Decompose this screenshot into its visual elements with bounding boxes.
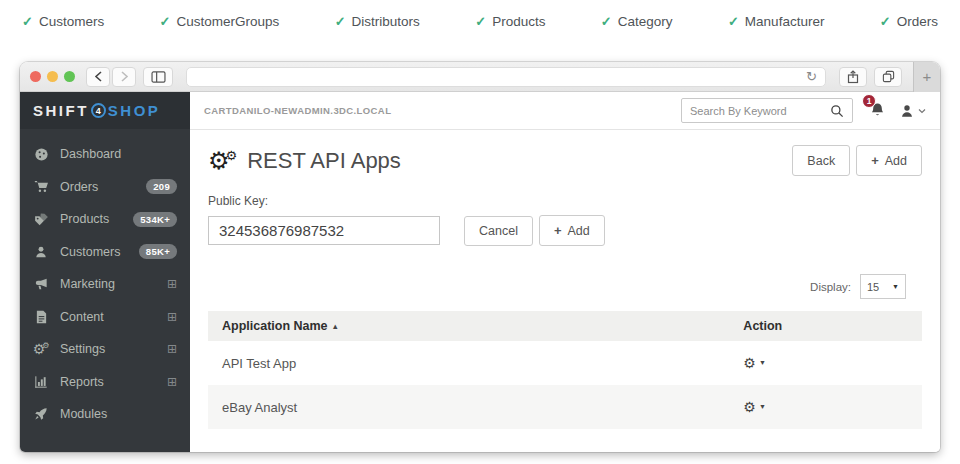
search-input[interactable]	[690, 105, 830, 117]
address-bar[interactable]: ↻	[186, 67, 826, 87]
page-title: REST API Apps	[247, 148, 401, 174]
sidebar-item-marketing[interactable]: Marketing ⊞	[20, 268, 190, 301]
address-bar-input[interactable]	[195, 71, 806, 83]
export-item-customergroups: ✓CustomerGroups	[160, 14, 280, 29]
sidebar-item-label: Dashboard	[60, 147, 121, 161]
table-row: API Test App ⚙ ▼	[208, 341, 922, 385]
customers-count-badge: 85K+	[139, 244, 177, 259]
sidebar-item-reports[interactable]: Reports ⊞	[20, 366, 190, 399]
sidebar-toggle-button[interactable]	[143, 67, 173, 87]
row-actions-dropdown[interactable]: ⚙ ▼	[743, 356, 766, 370]
shift4shop-logo[interactable]: SHIFT4SHOP	[20, 92, 190, 129]
sidebar-item-orders[interactable]: Orders 209	[20, 171, 190, 204]
expand-icon[interactable]: ⊞	[167, 376, 177, 388]
back-nav-button[interactable]	[86, 67, 110, 87]
apps-table-header: Application Name ▲ Action	[208, 311, 922, 341]
close-window-button[interactable]	[30, 71, 41, 82]
zoom-window-button[interactable]	[64, 71, 75, 82]
export-item-label: Category	[618, 14, 673, 29]
chevron-right-icon	[120, 71, 129, 82]
tabs-overview-button[interactable]	[874, 67, 902, 87]
export-item-orders: ✓Orders	[880, 14, 938, 29]
export-item-label: CustomerGroups	[176, 14, 279, 29]
refresh-icon[interactable]: ↻	[806, 70, 817, 83]
check-icon: ✓	[335, 14, 346, 29]
confirm-add-button[interactable]: +Add	[539, 215, 605, 246]
document-icon	[33, 310, 49, 324]
app-action-cell: ⚙ ▼	[743, 356, 908, 371]
app-body: SHIFT4SHOP Dashboard Orders 209	[20, 92, 940, 452]
expand-icon[interactable]: ⊞	[167, 278, 177, 290]
user-menu-button[interactable]	[899, 103, 926, 119]
share-button[interactable]	[839, 67, 867, 87]
sidebar-toggle-icon	[151, 71, 166, 83]
cancel-button[interactable]: Cancel	[464, 216, 533, 246]
user-icon	[33, 245, 49, 259]
gear-icon: ⚙	[743, 356, 756, 370]
sidebar-item-dashboard[interactable]: Dashboard	[20, 138, 190, 171]
app-name-cell: API Test App	[222, 356, 743, 371]
sidebar-item-label: Content	[60, 310, 104, 324]
expand-icon[interactable]: ⊞	[167, 343, 177, 355]
store-domain-breadcrumb: CARTDANILO-NEWADMIN.3DC.LOCAL	[204, 105, 391, 116]
back-button[interactable]: Back	[792, 145, 850, 176]
new-tab-button[interactable]: +	[913, 62, 940, 92]
display-count-row: Display: 15 ▼	[208, 274, 906, 299]
forward-nav-button[interactable]	[112, 67, 136, 87]
keyword-search-box[interactable]	[681, 98, 853, 123]
header-buttons: Back +Add	[792, 145, 922, 176]
column-header-action: Action	[743, 319, 908, 333]
public-key-form: Cancel +Add	[208, 215, 922, 246]
page-header: ⚙⚙ REST API Apps Back +Add	[208, 145, 922, 176]
sidebar-item-settings[interactable]: ⚙⚙ Settings ⊞	[20, 333, 190, 366]
app-action-cell: ⚙ ▼	[743, 400, 908, 415]
sidebar-menu: Dashboard Orders 209 Products 534K+	[20, 129, 190, 431]
chevron-left-icon	[94, 71, 103, 82]
rocket-icon	[33, 407, 49, 421]
public-key-input[interactable]	[208, 216, 440, 245]
search-icon	[830, 104, 844, 118]
display-count-select[interactable]: 15 ▼	[860, 274, 906, 299]
browser-chrome: ↻ +	[20, 62, 940, 92]
add-app-button[interactable]: +Add	[856, 145, 922, 176]
notifications-button[interactable]: 1	[869, 102, 886, 119]
check-icon: ✓	[160, 14, 171, 29]
table-row: eBay Analyst ⚙ ▼	[208, 385, 922, 429]
caret-down-icon: ▼	[759, 359, 766, 366]
plus-icon: +	[871, 153, 879, 168]
main-panel: CARTDANILO-NEWADMIN.3DC.LOCAL 1 ⚙⚙ R	[190, 92, 940, 452]
export-item-label: Customers	[39, 14, 104, 29]
window-controls	[30, 71, 75, 82]
export-item-label: Products	[492, 14, 545, 29]
expand-icon[interactable]: ⊞	[167, 311, 177, 323]
browser-window: ↻ + SHIFT4SHOP Dashboard	[20, 62, 940, 452]
sidebar-item-modules[interactable]: Modules	[20, 398, 190, 431]
gears-icon: ⚙⚙	[33, 342, 49, 356]
products-count-badge: 534K+	[133, 212, 177, 227]
tabs-icon	[882, 70, 895, 83]
display-selected-value: 15	[867, 281, 879, 293]
minimize-window-button[interactable]	[47, 71, 58, 82]
gear-icon: ⚙	[743, 400, 756, 414]
dashboard-icon	[33, 147, 49, 162]
sidebar-item-label: Settings	[60, 342, 105, 356]
column-header-application-name[interactable]: Application Name ▲	[222, 319, 743, 333]
plus-icon: +	[554, 223, 562, 238]
sidebar-item-products[interactable]: Products 534K+	[20, 203, 190, 236]
sidebar-item-label: Orders	[60, 180, 98, 194]
user-avatar-icon	[899, 103, 915, 119]
sidebar-item-customers[interactable]: Customers 85K+	[20, 236, 190, 269]
row-actions-dropdown[interactable]: ⚙ ▼	[743, 400, 766, 414]
check-icon: ✓	[728, 14, 739, 29]
sidebar-item-label: Customers	[60, 245, 120, 259]
app-name-cell: eBay Analyst	[222, 400, 743, 415]
megaphone-icon	[33, 277, 49, 292]
admin-topbar: CARTDANILO-NEWADMIN.3DC.LOCAL 1	[190, 92, 940, 130]
sidebar-item-content[interactable]: Content ⊞	[20, 301, 190, 334]
logo-number-badge: 4	[91, 103, 106, 118]
sidebar-item-label: Modules	[60, 407, 107, 421]
export-item-products: ✓Products	[475, 14, 545, 29]
caret-down-icon: ▼	[759, 403, 766, 410]
sort-ascending-icon: ▲	[332, 322, 339, 331]
page-content: ⚙⚙ REST API Apps Back +Add Public Key: C…	[190, 130, 940, 452]
